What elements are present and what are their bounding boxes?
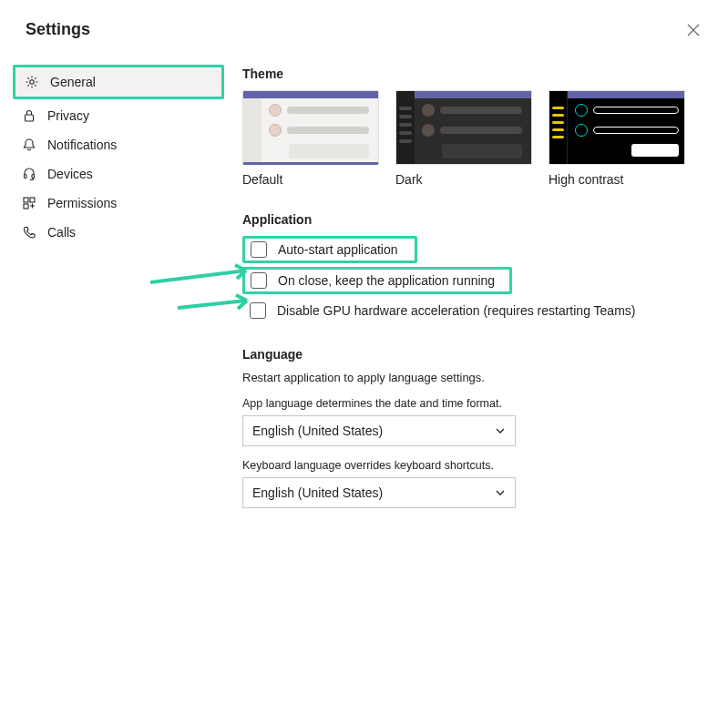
keyboard-language-select[interactable]: English (United States)	[242, 477, 516, 508]
sidebar-item-general[interactable]: General	[15, 67, 221, 97]
gear-icon	[25, 75, 39, 89]
sidebar-item-permissions[interactable]: Permissions	[13, 189, 224, 218]
app-language-description: App language determines the date and tim…	[242, 397, 701, 410]
language-section-title: Language	[242, 347, 701, 362]
svg-rect-3	[32, 175, 35, 179]
sidebar-item-label: General	[50, 75, 96, 89]
svg-rect-5	[30, 198, 35, 202]
theme-section-title: Theme	[242, 66, 701, 81]
svg-rect-6	[24, 204, 28, 209]
checkbox-icon	[251, 241, 267, 258]
theme-option-dark[interactable]: Dark	[395, 90, 532, 187]
theme-preview-default	[242, 90, 379, 165]
lock-icon	[22, 108, 36, 123]
theme-label: Dark	[395, 172, 532, 187]
chevron-down-icon	[495, 425, 506, 436]
theme-label: High contrast	[549, 172, 685, 187]
checkbox-label: Auto-start application	[278, 242, 398, 257]
svg-rect-2	[25, 175, 27, 179]
sidebar-item-label: Privacy	[47, 108, 89, 123]
checkbox-label: Disable GPU hardware acceleration (requi…	[277, 303, 635, 318]
select-value: English (United States)	[252, 485, 383, 500]
sidebar-item-calls[interactable]: Calls	[13, 218, 224, 247]
sidebar-item-privacy[interactable]: Privacy	[13, 101, 224, 130]
checkbox-label: On close, keep the application running	[278, 273, 495, 288]
svg-rect-1	[26, 115, 34, 121]
svg-point-0	[30, 80, 34, 84]
chevron-down-icon	[495, 487, 506, 498]
keyboard-language-description: Keyboard language overrides keyboard sho…	[242, 459, 701, 472]
bell-icon	[22, 138, 36, 152]
phone-icon	[22, 225, 36, 240]
close-icon	[687, 24, 700, 36]
theme-preview-dark	[395, 90, 532, 165]
sidebar-item-label: Notifications	[47, 138, 117, 152]
select-value: English (United States)	[252, 424, 383, 438]
checkbox-icon	[251, 272, 267, 289]
checkbox-disable-gpu[interactable]: Disable GPU hardware acceleration (requi…	[242, 298, 701, 323]
app-language-select[interactable]: English (United States)	[242, 415, 516, 446]
sidebar-item-notifications[interactable]: Notifications	[13, 130, 224, 159]
theme-preview-high-contrast	[549, 90, 685, 165]
svg-rect-4	[24, 198, 28, 202]
close-button[interactable]	[684, 21, 702, 39]
content-pane: Theme Default Dark	[237, 56, 728, 725]
theme-label: Default	[242, 172, 379, 187]
application-section-title: Application	[242, 212, 701, 227]
page-title: Settings	[26, 20, 90, 39]
theme-option-high-contrast[interactable]: High contrast	[549, 90, 685, 187]
theme-option-default[interactable]: Default	[242, 90, 379, 187]
sidebar-item-label: Permissions	[47, 196, 117, 210]
sidebar: General Privacy Notifications Devic	[0, 56, 237, 725]
language-restart-note: Restart application to apply language se…	[242, 371, 701, 384]
checkbox-auto-start[interactable]: Auto-start application	[242, 236, 417, 263]
sidebar-item-devices[interactable]: Devices	[13, 159, 224, 189]
sidebar-item-label: Calls	[47, 225, 76, 240]
checkbox-keep-running[interactable]: On close, keep the application running	[242, 267, 512, 294]
apps-icon	[22, 196, 36, 210]
checkbox-icon	[250, 302, 266, 319]
sidebar-item-label: Devices	[47, 167, 93, 181]
headset-icon	[22, 167, 36, 181]
